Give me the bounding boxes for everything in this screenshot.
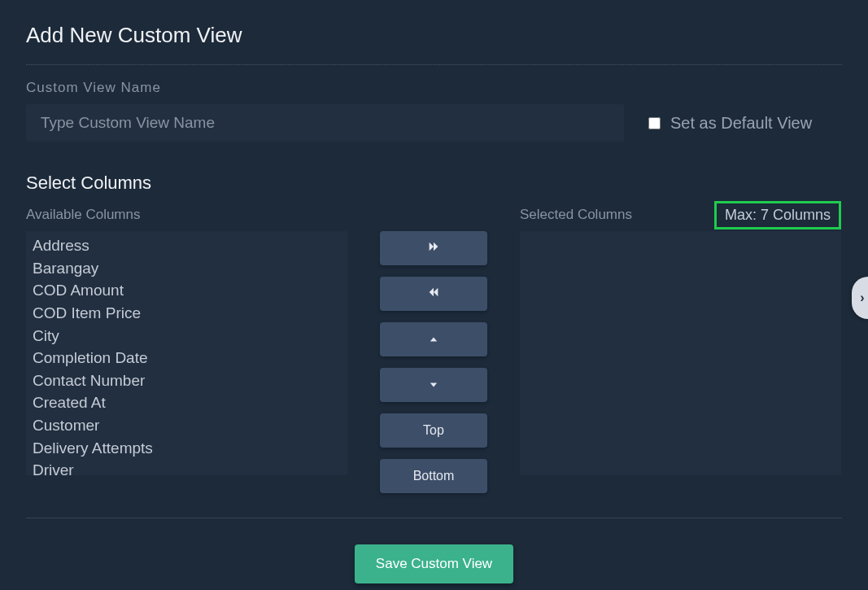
double-chevron-left-icon — [427, 286, 440, 302]
custom-view-name-label: Custom View Name — [26, 80, 842, 96]
chevron-up-icon — [430, 332, 438, 347]
list-item[interactable]: Delivery Attempts — [26, 437, 347, 460]
list-item[interactable]: City — [26, 325, 347, 347]
footer-divider — [26, 518, 842, 518]
move-right-all-button[interactable] — [380, 231, 487, 265]
double-chevron-right-icon — [427, 240, 440, 256]
list-item[interactable]: Completion Date — [26, 347, 347, 369]
selected-columns-label: Selected Columns — [520, 207, 632, 223]
default-view-checkbox[interactable] — [648, 117, 661, 129]
list-item[interactable]: Driver — [26, 459, 347, 475]
selected-columns-listbox[interactable] — [520, 231, 841, 475]
list-item[interactable]: COD Item Price — [26, 302, 347, 325]
default-view-label[interactable]: Set as Default View — [670, 114, 812, 133]
move-up-button[interactable] — [380, 322, 487, 356]
save-custom-view-button[interactable]: Save Custom View — [355, 544, 513, 583]
max-columns-badge: Max: 7 Columns — [714, 201, 841, 229]
list-item[interactable]: Contact Number — [26, 369, 347, 392]
chevron-right-icon: › — [860, 291, 864, 305]
available-columns-label: Available Columns — [26, 207, 140, 223]
list-item[interactable]: Customer — [26, 414, 347, 437]
list-item[interactable]: Address — [26, 234, 347, 257]
move-left-all-button[interactable] — [380, 277, 487, 311]
available-columns-listbox[interactable]: AddressBarangayCOD AmountCOD Item PriceC… — [26, 231, 347, 475]
chevron-down-icon — [430, 378, 438, 392]
move-down-button[interactable] — [380, 368, 487, 402]
move-top-button[interactable]: Top — [380, 413, 487, 448]
page-title: Add New Custom View — [26, 23, 842, 48]
list-item[interactable]: Barangay — [26, 257, 347, 280]
select-columns-title: Select Columns — [26, 173, 842, 194]
custom-view-name-input[interactable] — [26, 104, 624, 142]
move-bottom-button[interactable]: Bottom — [380, 459, 487, 493]
divider — [26, 64, 842, 65]
list-item[interactable]: Created At — [26, 391, 347, 414]
list-item[interactable]: COD Amount — [26, 279, 347, 302]
